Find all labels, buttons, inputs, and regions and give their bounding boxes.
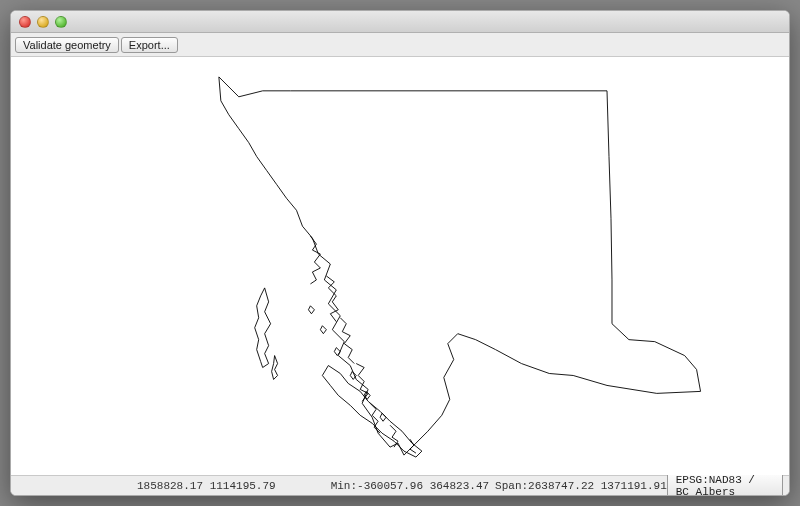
projection-display[interactable]: EPSG:NAD83 / BC Albers [667,472,783,497]
cursor-x: 1858828.17 [137,480,203,492]
min-label: Min: [331,480,357,492]
span-x: 2638747.22 [528,480,594,492]
toolbar: Validate geometry Export... [11,33,789,57]
app-window: Validate geometry Export... [10,10,790,496]
export-button[interactable]: Export... [121,37,178,53]
min-y: 364823.47 [430,480,489,492]
extent-min: Min:-360057.96 364823.47 [331,480,489,492]
close-icon[interactable] [19,16,31,28]
status-bar: 1858828.17 1114195.79 Min:-360057.96 364… [11,475,789,495]
titlebar [11,11,789,33]
span-y: 1371191.91 [601,480,667,492]
extent-span: Span:2638747.22 1371191.91 [495,480,667,492]
span-label: Span: [495,480,528,492]
min-x: -360057.96 [357,480,423,492]
cursor-coordinates: 1858828.17 1114195.79 [137,480,276,492]
map-svg [11,57,789,475]
validate-geometry-button[interactable]: Validate geometry [15,37,119,53]
map-canvas[interactable] [11,57,789,475]
british-columbia-outline [219,77,701,457]
cursor-y: 1114195.79 [210,480,276,492]
zoom-icon[interactable] [55,16,67,28]
minimize-icon[interactable] [37,16,49,28]
